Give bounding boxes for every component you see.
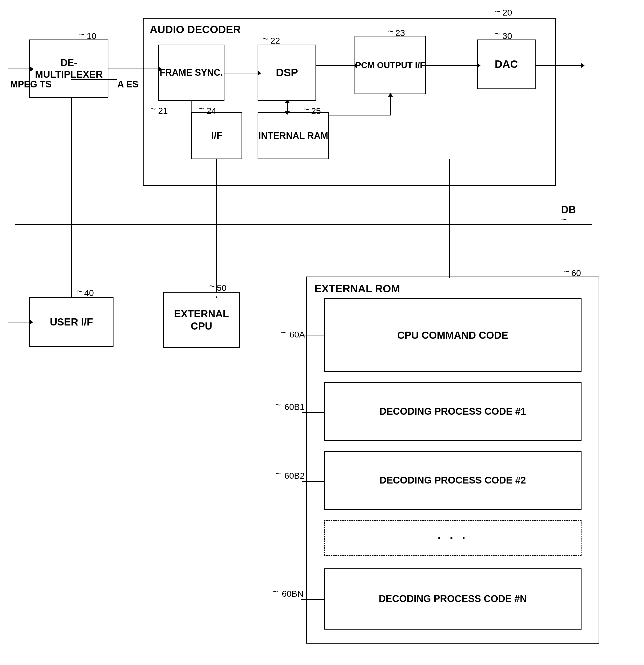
vline-demux-db xyxy=(71,98,72,225)
decoding2-label: DECODING PROCESS CODE #2 xyxy=(380,475,526,486)
tilde-25: ~ xyxy=(303,103,309,114)
tilde-10: ~ xyxy=(79,28,85,39)
arrow-into-userif xyxy=(8,322,30,322)
audio-decoder-label: AUDIO DECODER xyxy=(150,23,241,36)
tilde-21: ~ xyxy=(150,103,156,114)
if-label: I/F xyxy=(211,130,222,142)
decoding1-box: DECODING PROCESS CODE #1 xyxy=(324,382,582,441)
mpeg-ts-label: MPEG TS xyxy=(10,79,52,90)
dac-box: DAC xyxy=(477,39,536,89)
cpu-command-code-box: CPU COMMAND CODE xyxy=(324,298,582,372)
ref-50: 50 xyxy=(217,283,226,293)
arrow-dsp-pcm xyxy=(316,65,355,66)
tilde-20: ~ xyxy=(495,6,500,17)
vline-db-userif xyxy=(71,225,72,296)
dots-label: · · · xyxy=(437,530,468,545)
tilde-24: ~ xyxy=(199,103,204,114)
ext-rom-label: EXTERNAL ROM xyxy=(314,282,400,295)
dsp-label: DSP xyxy=(276,66,298,79)
tilde-40: ~ xyxy=(76,285,82,297)
ref-60b2: 60B2 xyxy=(284,471,305,481)
ref-22: 22 xyxy=(270,36,280,45)
if-box: I/F xyxy=(191,112,242,159)
pcm-output-box: PCM OUTPUT I/F xyxy=(354,36,426,94)
vline-extcpu-top xyxy=(216,297,217,298)
ext-cpu-label: EXTERNAL CPU xyxy=(164,308,239,332)
user-if-label: USER I/F xyxy=(50,316,93,328)
vline-db-extrom xyxy=(449,225,450,277)
demux-label: DE- MULTIPLEXER xyxy=(30,57,108,80)
decoding1-label: DECODING PROCESS CODE #1 xyxy=(380,406,526,418)
ref-60: 60 xyxy=(571,268,581,278)
tilde-23: ~ xyxy=(388,25,393,36)
decodingN-label: DECODING PROCESS CODE #N xyxy=(379,593,527,605)
ref-60bn: 60BN xyxy=(282,589,303,599)
arrow-demux-framesync xyxy=(108,69,159,69)
user-if-box: USER I/F xyxy=(29,297,113,347)
arrow-framesync-dsp xyxy=(224,73,258,73)
tilde-60b1: ~ xyxy=(275,399,281,410)
ref-25: 25 xyxy=(311,106,321,116)
hline-60b2 xyxy=(302,481,325,482)
ref-60b1: 60B1 xyxy=(284,402,305,412)
frame-sync-label: FRAME SYNC. xyxy=(160,67,223,78)
frame-sync-box: FRAME SYNC. xyxy=(158,44,224,101)
arrow-dac-out xyxy=(536,65,582,66)
vline-framesync-if xyxy=(191,101,191,113)
arrow-mpeg-demux xyxy=(8,69,31,69)
ref-24: 24 xyxy=(207,106,216,116)
arrow-pcm-dac xyxy=(426,65,477,66)
pcm-output-label: PCM OUTPUT I/F xyxy=(355,60,425,70)
vline-extrom-top xyxy=(449,277,450,278)
decodingN-box: DECODING PROCESS CODE #N xyxy=(324,568,582,630)
vline-if-db xyxy=(216,159,217,225)
vline-pcm-ram xyxy=(390,94,391,115)
ref-60a: 60A xyxy=(290,329,305,340)
hline-aes xyxy=(71,79,117,80)
db-bus-line xyxy=(15,224,592,225)
hline-60b1 xyxy=(302,412,325,413)
dac-label: DAC xyxy=(495,58,518,71)
tilde-60b2: ~ xyxy=(275,468,281,479)
internal-ram-label: INTERNAL RAM xyxy=(258,130,328,141)
vline-rom-db xyxy=(449,159,450,225)
ref-40: 40 xyxy=(84,288,94,298)
cpu-command-code-label: CPU COMMAND CODE xyxy=(397,329,508,341)
arrow-dsp-ram xyxy=(284,111,290,115)
ref-21: 21 xyxy=(158,106,168,116)
tilde-22: ~ xyxy=(263,33,268,44)
hline-ram-pcm xyxy=(329,115,391,115)
ref-23: 23 xyxy=(395,28,405,38)
arrow-ram-dsp xyxy=(284,99,290,103)
tilde-60: ~ xyxy=(564,266,569,277)
decoding2-box: DECODING PROCESS CODE #2 xyxy=(324,451,582,510)
hline-60bn xyxy=(301,599,325,600)
ref-10: 10 xyxy=(87,31,96,41)
tilde-db: ~ xyxy=(561,214,567,225)
tilde-60bn: ~ xyxy=(273,586,278,597)
ref-30: 30 xyxy=(502,31,512,41)
vline-userif-top xyxy=(71,296,72,298)
tilde-50: ~ xyxy=(209,280,215,291)
ref-20: 20 xyxy=(502,8,512,18)
a-es-label: A ES xyxy=(117,79,139,90)
arrow-ram-pcm xyxy=(388,93,393,97)
ext-cpu-box: EXTERNAL CPU xyxy=(163,292,240,348)
dsp-box: DSP xyxy=(258,44,316,101)
tilde-30: ~ xyxy=(495,28,500,39)
diagram: AUDIO DECODER 20 ~ FRAME SYNC. 21 DSP ~ … xyxy=(0,0,644,665)
hline-60a xyxy=(303,335,324,336)
internal-ram-box: INTERNAL RAM xyxy=(258,112,329,159)
dots-area: · · · xyxy=(324,520,582,556)
tilde-60a: ~ xyxy=(280,327,286,338)
